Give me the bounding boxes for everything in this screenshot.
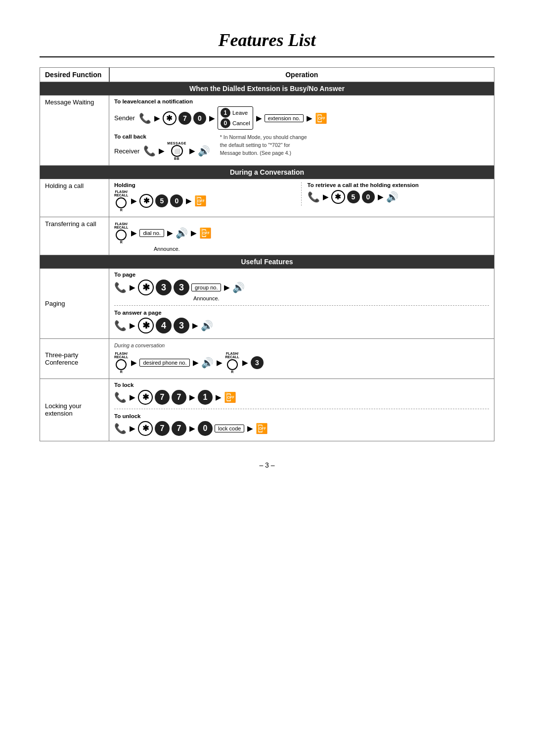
arrow-3p2: ▶ [193,359,198,367]
flash-btn-3p: FLASH/RECALL R [114,352,128,374]
table-row-transferring: Transferring a call FLASH/RECALL R ▶ dia… [40,217,494,255]
table-row-holding: Holding a call Holding FLASH/RECALL R [40,179,494,217]
digit-3-answer: 3 [174,318,189,333]
bb-label: BB [174,157,179,160]
arrow-h2: ▶ [186,197,191,205]
page-number: – 3 – [259,461,274,469]
arrow-p2: ▶ [224,284,229,291]
holding-right: To retrieve a call at the holding extens… [301,182,490,206]
arrow-r1: ▶ [323,193,328,201]
arrow5: ▶ [159,147,164,155]
arrow-ulk3: ▶ [247,425,253,432]
table-row-paging: Paging To page 📞 ▶ ✱ 3 3 group no. ▶ 🔊 A… [40,269,494,339]
digit-0-btn: 0 [193,112,206,125]
flash-btn-transfer: FLASH/RECALL R [114,222,128,244]
sender-label: Sender [114,114,135,122]
star-retrieve: ✱ [331,190,345,204]
arrow-ulk1: ▶ [130,425,135,432]
receiver-note: * In Normal Mode, you should change the … [220,134,307,157]
flash-circle-3p2 [227,359,238,370]
arrow-t1: ▶ [131,229,136,237]
arrow-p1: ▶ [130,284,135,291]
digit-3-conf: 3 [251,356,264,369]
paging-op-row: 📞 ▶ ✱ 3 3 group no. ▶ 🔊 [114,280,489,295]
phone-lock: 📞 [114,391,127,403]
lock-divider [114,409,489,409]
arrow-lk2: ▶ [189,393,195,401]
handset-hold: 📴 [194,195,207,207]
function-transferring: Transferring a call [40,217,109,255]
arrow-r2: ▶ [378,193,383,201]
speak-answer-page: 🔊 [201,320,213,331]
star-page: ✱ [138,280,154,295]
section-during-label: During a Conversation [40,166,494,179]
announce-page: Announce. [193,295,489,301]
arrow6: ▶ [189,147,195,155]
operation-transferring: FLASH/RECALL R ▶ dial no. ▶ 🔊 ▶ 📴 Announ… [109,217,494,255]
function-three-party: Three-party Conference [40,339,109,379]
arrow-lk3: ▶ [216,393,221,401]
arrow-t2: ▶ [167,229,173,237]
phone-unlock: 📞 [114,423,127,434]
receiver-sublabel: To call back [114,134,210,140]
retrieve-op-row: 📞 ▶ ✱ 5 0 ▶ 🔊 [308,190,490,204]
digit-7-lock1: 7 [155,390,170,405]
table-header-row: Desired Function Operation [40,68,494,82]
handset-lock: 📴 [224,391,236,403]
paging-divider [114,305,489,306]
table-row-message-waiting: Message Waiting To leave/cancel a notifi… [40,95,494,166]
answer-page-op-row: 📞 ▶ ✱ 4 3 ▶ 🔊 [114,318,489,333]
section-during-conversation: During a Conversation [40,166,494,179]
msg-label: MESSAGE [167,142,186,145]
digit-1-btn: 1 [221,108,230,118]
phone-pickup-icon2: 📞 [143,145,156,157]
digit-7-lock2: 7 [172,390,186,405]
holding-left: Holding FLASH/RECALL R ▶ ✱ 5 0 [114,182,296,214]
announce-label-transfer: Announce. [154,246,489,252]
table-row-three-party: Three-party Conference During a conversa… [40,339,494,379]
function-locking: Locking your extension [40,378,109,441]
group-no-label: group no. [191,284,221,291]
digit-7-unlock1: 7 [155,421,170,436]
flash-circle-left [116,197,127,208]
arrow-3p3: ▶ [217,359,222,367]
section-useful-label: Useful Features [40,255,494,269]
to-page-label: To page [114,272,489,278]
arrow-ap1: ▶ [130,322,135,330]
title-divider [40,56,494,57]
phone-pickup-icon: 📞 [139,112,151,124]
speak-icon: 🔊 [198,145,210,157]
receiver-op-row: Receiver 📞 ▶ MESSAGE ⬜ BB ▶ 🔊 [114,142,210,160]
ext-no-label: extension no. [265,114,304,122]
sender-op-row: Sender 📞 ▶ ✱ 7 0 ▶ [114,106,489,130]
phone-page: 📞 [114,282,127,293]
star-answer-page: ✱ [138,318,154,333]
digit-0-unlock: 0 [198,421,213,436]
arrow4: ▶ [307,114,312,122]
digit-7-unlock2: 7 [172,421,186,436]
arrow-lk1: ▶ [130,393,135,401]
handset-down-icon: 📴 [315,112,327,124]
star-hold: ✱ [139,194,153,208]
digit-3-page1: 3 [156,280,172,295]
table-row-locking: Locking your extension To lock 📞 ▶ ✱ 7 7… [40,378,494,441]
operation-message-waiting: To leave/cancel a notification Sender 📞 … [109,95,494,166]
dial-no-label: dial no. [139,229,164,237]
function-message-waiting: Message Waiting [40,95,109,166]
arrow1: ▶ [154,114,160,122]
phone-retrieve: 📞 [308,191,320,203]
leave-cancel-group: 1 Leave 0 Cancel [218,106,253,130]
digit-1-lock: 1 [198,390,213,405]
arrow2: ▶ [209,114,215,122]
star-icon: ✱ [163,111,177,125]
holding-op-row: FLASH/RECALL R ▶ ✱ 5 0 ▶ 📴 [114,190,296,212]
three-party-op-row: FLASH/RECALL R ▶ desired phone no. ▶ 🔊 ▶… [114,352,489,374]
function-paging: Paging [40,269,109,339]
flash-circle-3p [116,359,127,370]
digit-0-btn2: 0 [221,118,230,128]
arrow3: ▶ [256,114,262,122]
arrow-3p1: ▶ [131,359,136,367]
receiver-label: Receiver [114,147,139,155]
speak-page: 🔊 [232,282,245,293]
cancel-row: 0 Cancel [221,118,250,128]
